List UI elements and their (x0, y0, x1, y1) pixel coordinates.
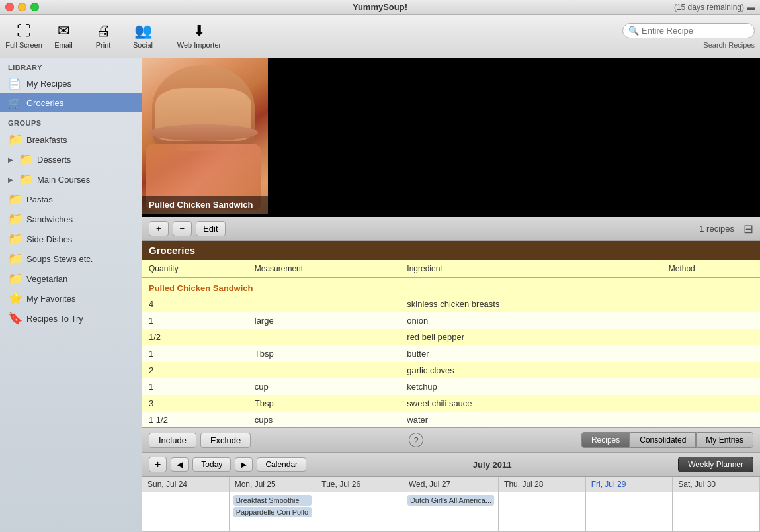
fullscreen-icon: ⛶ (17, 24, 31, 38)
calendar-toolbar: + ◀ Today ▶ Calendar July 2011 Weekly Pl… (142, 453, 760, 477)
measurement-header: Measurement (248, 260, 401, 278)
add-calendar-event-button[interactable]: + (149, 457, 167, 472)
sidebar-item-recipes-to-try[interactable]: 🔖 Recipes To Try (0, 308, 142, 328)
calendar-view-button[interactable]: Calendar (257, 457, 306, 472)
table-row[interactable]: 1largeonion (142, 312, 760, 329)
folder-icon: 📁 (8, 132, 22, 147)
method-cell (662, 312, 760, 329)
calendar-event[interactable]: Dutch Girl's All America... (407, 495, 494, 506)
tab-recipes[interactable]: Recipes (581, 432, 630, 448)
sidebar-item-groceries[interactable]: 🛒 Groceries (0, 93, 142, 112)
groceries-title: Groceries (149, 245, 195, 256)
add-grocery-button[interactable]: + (149, 221, 169, 236)
titlebar: YummySoup! (15 days remaining) ▬ (0, 0, 760, 15)
ingredient-cell: garlic cloves (400, 362, 661, 378)
sidebar-item-side-dishes[interactable]: 📁 Side Dishes (0, 229, 142, 249)
weekly-planner-button[interactable]: Weekly Planner (678, 457, 753, 472)
calendar-day-header: Mon, Jul 25 (230, 477, 317, 492)
measurement-cell (248, 329, 401, 345)
sidebar-item-main-courses[interactable]: ▶ 📁 Main Courses (0, 169, 142, 189)
search-icon: 🔍 (628, 26, 639, 36)
calendar-day-cell[interactable]: Dutch Girl's All America... (403, 492, 499, 532)
email-label: Email (54, 41, 73, 49)
exclude-button[interactable]: Exclude (200, 433, 251, 448)
main-courses-label: Main Courses (37, 175, 90, 185)
groceries-section-header: Groceries (142, 241, 760, 260)
search-label: Search Recipes (703, 41, 755, 49)
sidebar-item-my-recipes[interactable]: 📄 My Recipes (0, 74, 142, 93)
calendar-event[interactable]: Breakfast Smoothie (233, 495, 312, 506)
remove-grocery-button[interactable]: − (173, 221, 192, 236)
table-row[interactable]: 4skinless chicken breasts (142, 296, 760, 312)
side-dishes-label: Side Dishes (26, 234, 72, 244)
sidebar-item-breakfasts[interactable]: 📁 Breakfasts (0, 130, 142, 150)
breakfasts-label: Breakfasts (26, 135, 67, 145)
grocery-toolbar: + − Edit 1 recipes ⊟ (142, 217, 760, 241)
month-label: July 2011 (310, 460, 674, 470)
tab-consolidated[interactable]: Consolidated (630, 432, 696, 448)
web-importer-button[interactable]: ⬇ Web Importer (173, 18, 226, 55)
main-toolbar: ⛶ Full Screen ✉ Email 🖨 Print 👥 Social ⬇… (0, 15, 760, 58)
quantity-cell: 3 (142, 395, 248, 412)
grocery-items-table: Quantity Measurement Ingredient Method P… (142, 260, 760, 427)
next-week-button[interactable]: ▶ (235, 457, 253, 472)
method-cell (662, 362, 760, 378)
table-row[interactable]: 2garlic cloves (142, 362, 760, 378)
grocery-table[interactable]: Quantity Measurement Ingredient Method P… (142, 260, 760, 427)
calendar-day-cell[interactable] (499, 492, 586, 532)
email-icon: ✉ (58, 24, 69, 38)
table-row[interactable]: 1Tbspbutter (142, 345, 760, 362)
calendar-day-header: Sun, Jul 24 (142, 477, 230, 492)
calendar-day-header: Thu, Jul 28 (499, 477, 586, 492)
search-input[interactable] (642, 26, 747, 36)
print-icon: 🖨 (96, 24, 110, 38)
ingredient-cell: skinless chicken breasts (400, 296, 661, 312)
sidebar-item-soups[interactable]: 📁 Soups Stews etc. (0, 249, 142, 269)
quantity-header: Quantity (142, 260, 248, 278)
calendar-day-cell[interactable]: Breakfast SmoothiePappardelle Con Pollo (230, 492, 317, 532)
table-row[interactable]: 1cupketchup (142, 378, 760, 395)
sandwiches-label: Sandwiches (26, 214, 73, 224)
fullscreen-button[interactable]: ⛶ Full Screen (5, 18, 42, 55)
close-button[interactable] (5, 3, 14, 11)
sidebar-item-desserts[interactable]: ▶ 📁 Desserts (0, 150, 142, 169)
maximize-button[interactable] (30, 3, 39, 11)
ingredient-cell: ketchup (400, 378, 661, 395)
search-box[interactable]: 🔍 (622, 23, 755, 38)
window-controls[interactable] (5, 3, 39, 11)
table-row[interactable]: 1/2red bell pepper (142, 329, 760, 345)
tab-my-entries[interactable]: My Entries (696, 432, 753, 448)
expand-arrow-icon: ▶ (8, 176, 13, 183)
folder-icon: 📁 (19, 172, 33, 187)
list-view-icon[interactable]: ⊟ (743, 222, 753, 236)
calendar-day-cell[interactable] (316, 492, 403, 532)
prev-week-button[interactable]: ◀ (171, 457, 189, 472)
calendar-day-header: Fri, Jul 29 (586, 477, 673, 492)
minimize-button[interactable] (18, 3, 26, 11)
social-button[interactable]: 👥 Social (124, 18, 161, 55)
sidebar-item-my-favorites[interactable]: ⭐ My Favorites (0, 288, 142, 308)
soups-label: Soups Stews etc. (26, 254, 93, 264)
folder-icon: 📁 (8, 192, 22, 206)
table-row[interactable]: 1 1/2cupswater (142, 412, 760, 427)
include-button[interactable]: Include (149, 433, 196, 448)
print-button[interactable]: 🖨 Print (85, 18, 122, 55)
quantity-cell: 1 (142, 378, 248, 395)
sidebar-item-sandwiches[interactable]: 📁 Sandwiches (0, 209, 142, 229)
content-panel: Pulled Chicken Sandwich + − Edit 1 recip… (142, 58, 760, 532)
today-button[interactable]: Today (192, 457, 231, 472)
calendar-day-cell[interactable] (673, 492, 760, 532)
calendar-day-cell[interactable] (142, 492, 230, 532)
email-button[interactable]: ✉ Email (45, 18, 82, 55)
my-recipes-icon: 📄 (8, 77, 21, 90)
folder-icon: 📁 (8, 232, 22, 246)
sidebar-item-pastas[interactable]: 📁 Pastas (0, 189, 142, 209)
edit-grocery-button[interactable]: Edit (196, 221, 225, 236)
sidebar-item-vegetarian[interactable]: 📁 Vegetarian (0, 269, 142, 288)
calendar-day-cell[interactable] (586, 492, 673, 532)
help-button[interactable]: ? (409, 433, 423, 447)
calendar-event[interactable]: Pappardelle Con Pollo (233, 507, 312, 517)
recipe-image: Pulled Chicken Sandwich (142, 58, 268, 214)
table-row[interactable]: 3Tbspsweet chili sauce (142, 395, 760, 412)
calendar-grid: Sun, Jul 24Mon, Jul 25Tue, Jul 26Wed, Ju… (142, 477, 760, 532)
